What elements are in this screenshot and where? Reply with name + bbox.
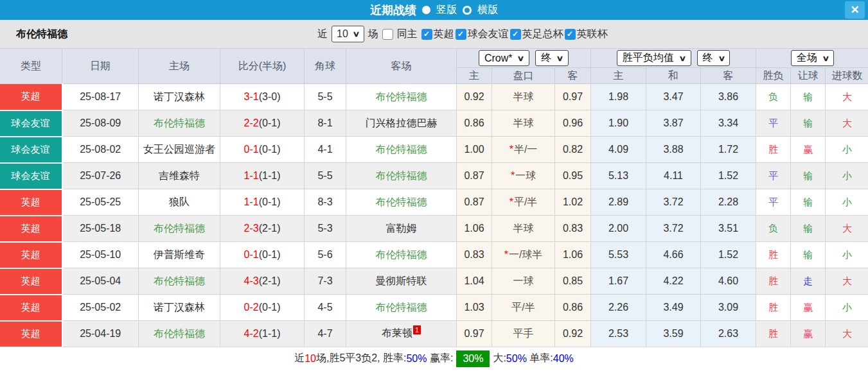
odds-mean-select[interactable]: 胜平负均值 ∨ bbox=[617, 50, 691, 66]
league-type-badge: 英超 bbox=[0, 268, 62, 295]
corner-count: 7-3 bbox=[305, 268, 346, 295]
home-team[interactable]: 女王公园巡游者 bbox=[139, 137, 220, 163]
odds-mean-state-select[interactable]: 终 ∨ bbox=[697, 50, 731, 66]
score[interactable]: 2-3(2-1) bbox=[220, 216, 305, 242]
home-team[interactable]: 诺丁汉森林 bbox=[139, 84, 220, 110]
league-type-badge: 球会友谊 bbox=[0, 137, 62, 163]
handicap-odds-home: 1.06 bbox=[457, 216, 492, 242]
match-row: 英超25-05-25狼队1-1(0-1)8-3布伦特福德0.87*平/半1.02… bbox=[0, 189, 868, 216]
col-header-score: 比分(半场) bbox=[220, 49, 305, 84]
result-goals: 小 bbox=[826, 137, 868, 163]
away-team[interactable]: 曼彻斯特联 bbox=[346, 268, 457, 295]
checkbox-icon[interactable]: ✓ bbox=[510, 29, 521, 40]
match-date: 25-05-25 bbox=[62, 189, 139, 216]
score[interactable]: 0-1(0-1) bbox=[220, 242, 305, 268]
score[interactable]: 4-2(1-1) bbox=[220, 321, 305, 347]
sub-header-mean-home: 主 bbox=[591, 68, 646, 84]
footer-stat: 50% bbox=[406, 353, 427, 365]
league-type-badge: 英超 bbox=[0, 321, 62, 347]
result-goals: 小 bbox=[826, 295, 868, 321]
mean-odds-draw: 4.66 bbox=[646, 242, 701, 268]
sub-header-mean-away: 客 bbox=[701, 68, 756, 84]
away-team[interactable]: 布伦特福德 bbox=[346, 242, 457, 268]
mean-odds-draw: 3.49 bbox=[646, 295, 701, 321]
radio-horizontal-layout-icon[interactable] bbox=[463, 6, 472, 15]
col-header-away: 客场 bbox=[346, 49, 457, 84]
handicap-odds-home: 0.83 bbox=[457, 242, 492, 268]
away-team[interactable]: 布伦特福德 bbox=[346, 84, 457, 110]
league-filter-1[interactable]: ✓球会友谊 bbox=[456, 28, 509, 41]
score[interactable]: 3-1(3-0) bbox=[220, 84, 305, 110]
league-filter-2[interactable]: ✓英足总杯 bbox=[510, 28, 563, 41]
sub-header-goals: 进球数 bbox=[826, 68, 868, 84]
score[interactable]: 1-1(1-1) bbox=[220, 163, 305, 189]
match-row: 英超25-04-19布伦特福德4-2(1-1)4-7布莱顿10.97平手0.92… bbox=[0, 321, 868, 347]
away-team[interactable]: 布伦特福德 bbox=[346, 163, 457, 189]
mean-odds-home: 1.90 bbox=[591, 110, 646, 137]
mean-odds-draw: 3.88 bbox=[646, 137, 701, 163]
result-handicap: 输 bbox=[791, 189, 826, 216]
score[interactable]: 1-1(0-1) bbox=[220, 189, 305, 216]
chevron-down-icon: ∨ bbox=[822, 54, 829, 63]
radio-vertical-layout-icon[interactable] bbox=[422, 6, 430, 14]
score[interactable]: 4-3(2-1) bbox=[220, 268, 305, 295]
home-team[interactable]: 布伦特福德 bbox=[139, 110, 220, 137]
home-team[interactable]: 狼队 bbox=[139, 189, 220, 216]
score[interactable]: 0-2(0-1) bbox=[220, 295, 305, 321]
filter-bar: 布伦特福德 近 10 ∨ 场 同主 ✓英超✓球会友谊✓英足总杯✓英联杯 bbox=[0, 20, 868, 48]
horizontal-layout-option[interactable]: 横版 bbox=[477, 3, 498, 17]
home-team[interactable]: 吉维森特 bbox=[139, 163, 220, 189]
home-team[interactable]: 诺丁汉森林 bbox=[139, 295, 220, 321]
league-filter-label: 英联杯 bbox=[577, 28, 608, 41]
handicap-odds-away: 1.06 bbox=[555, 242, 591, 268]
chevron-down-icon: ∨ bbox=[556, 54, 564, 63]
recent-count-select[interactable]: 10 ∨ bbox=[332, 26, 364, 42]
mean-odds-away: 2.63 bbox=[701, 321, 756, 347]
away-team[interactable]: 布莱顿1 bbox=[346, 321, 457, 347]
footer-stat: 赢率: bbox=[427, 352, 453, 365]
home-team[interactable]: 伊普斯维奇 bbox=[139, 242, 220, 268]
match-date: 25-05-10 bbox=[62, 242, 139, 268]
league-filter-0[interactable]: ✓英超 bbox=[421, 28, 454, 41]
checkbox-icon[interactable]: ✓ bbox=[421, 29, 432, 40]
away-team[interactable]: 布伦特福德 bbox=[346, 189, 457, 216]
result-handicap: 输 bbox=[791, 84, 826, 110]
home-team[interactable]: 布伦特福德 bbox=[139, 216, 220, 242]
mean-odds-home: 2.89 bbox=[591, 189, 646, 216]
match-row: 英超25-05-10伊普斯维奇0-1(0-1)5-6布伦特福德0.83*一/球半… bbox=[0, 242, 868, 268]
sub-header-mean-draw: 和 bbox=[646, 68, 701, 84]
checkbox-icon[interactable]: ✓ bbox=[456, 29, 466, 40]
footer-stat: 30% bbox=[456, 350, 490, 367]
home-team[interactable]: 布伦特福德 bbox=[139, 321, 220, 347]
vertical-layout-option[interactable]: 竖版 bbox=[436, 3, 457, 17]
mean-odds-home: 5.53 bbox=[591, 242, 646, 268]
handicap-odds-home: 0.86 bbox=[457, 110, 492, 137]
away-team[interactable]: 布伦特福德 bbox=[346, 137, 457, 163]
away-team[interactable]: 富勒姆 bbox=[346, 216, 457, 242]
match-row: 英超25-08-17诺丁汉森林3-1(3-0)5-5布伦特福德0.92半球0.9… bbox=[0, 84, 868, 110]
footer-stat: 40% bbox=[553, 353, 574, 365]
match-date: 25-08-17 bbox=[62, 84, 139, 110]
handicap-odds-away: 0.96 bbox=[555, 110, 591, 137]
checkbox-icon[interactable]: ✓ bbox=[565, 29, 576, 40]
period-select[interactable]: 全场 ∨ bbox=[791, 50, 835, 66]
col-header-type: 类型 bbox=[0, 49, 62, 84]
score[interactable]: 2-2(0-1) bbox=[220, 110, 305, 137]
mean-odds-draw: 4.22 bbox=[646, 268, 701, 295]
result-handicap: 输 bbox=[791, 216, 826, 242]
home-team[interactable]: 布伦特福德 bbox=[139, 268, 220, 295]
same-home-checkbox[interactable] bbox=[382, 29, 393, 40]
close-button[interactable]: ✕ bbox=[845, 1, 865, 19]
league-filter-3[interactable]: ✓英联杯 bbox=[565, 28, 608, 41]
bookmaker-select[interactable]: Crow* ∨ bbox=[479, 50, 529, 66]
away-team[interactable]: 布伦特福德 bbox=[346, 295, 457, 321]
handicap-odds-home: 0.92 bbox=[457, 84, 492, 110]
mean-odds-select-group: 胜平负均值 ∨ 终 ∨ bbox=[591, 49, 756, 68]
col-header-corners: 角球 bbox=[305, 49, 346, 84]
bookmaker-odds-state-select[interactable]: 终 ∨ bbox=[535, 50, 569, 66]
handicap-odds-away: 0.85 bbox=[555, 268, 591, 295]
away-team[interactable]: 门兴格拉德巴赫 bbox=[346, 110, 457, 137]
score[interactable]: 0-1(0-1) bbox=[220, 137, 305, 163]
col-header-home: 主场 bbox=[139, 49, 220, 84]
result-handicap: 输 bbox=[791, 242, 826, 268]
